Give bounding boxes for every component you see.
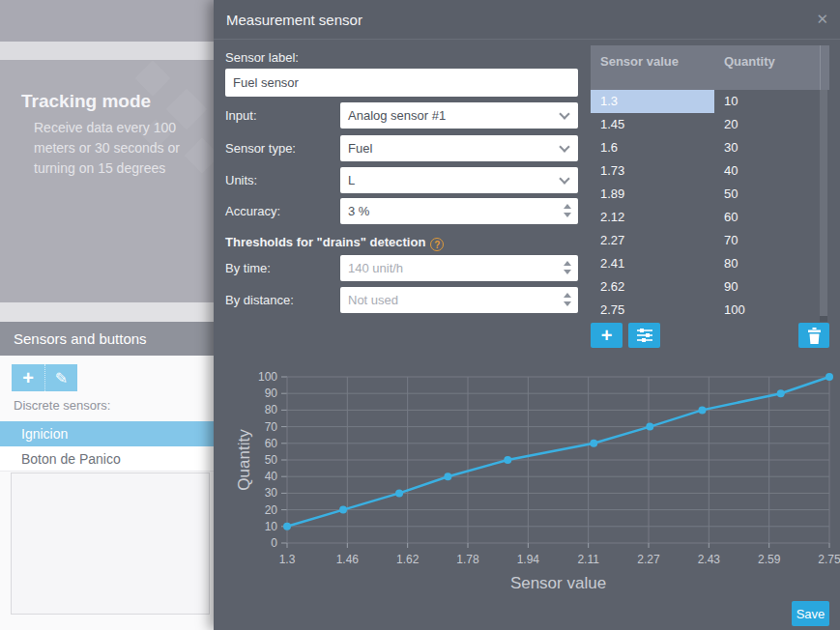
sensor-list-item-boton-de-panico[interactable]: Boton de Panico	[0, 446, 214, 472]
svg-text:1.78: 1.78	[456, 553, 479, 566]
svg-text:40: 40	[265, 470, 278, 483]
tracking-mode-title: Tracking mode	[21, 91, 151, 112]
table-cell[interactable]: 100	[714, 299, 820, 322]
table-cell[interactable]: 2.75	[591, 299, 714, 322]
svg-text:100: 100	[258, 370, 277, 384]
calibration-table: Sensor value Quantity 1.3101.45201.6301.…	[591, 45, 829, 322]
sensor-panel-toolbar: + ✎	[12, 364, 77, 391]
table-row[interactable]: 2.1260	[591, 206, 829, 229]
table-cell[interactable]: 10	[714, 90, 820, 113]
by-time-label: By time:	[225, 261, 271, 275]
by-time-field	[340, 255, 578, 281]
sensor-label-input[interactable]	[225, 69, 578, 97]
close-icon[interactable]: ✕	[816, 11, 828, 28]
calibration-chart: 01020304050607080901001.31.461.621.781.9…	[232, 369, 840, 574]
table-cell[interactable]: 60	[714, 206, 820, 229]
table-cell[interactable]: 2.62	[591, 275, 714, 299]
trash-icon	[807, 328, 822, 344]
svg-text:10: 10	[265, 520, 278, 533]
table-cell[interactable]: 90	[714, 275, 820, 299]
pencil-icon: ✎	[55, 369, 68, 387]
svg-text:70: 70	[265, 420, 278, 434]
table-row[interactable]: 1.630	[591, 136, 829, 159]
table-row[interactable]: 1.310	[591, 90, 829, 113]
table-row[interactable]: 1.8950	[591, 183, 829, 206]
measurement-sensor-dialog: Measurement sensor ✕ Sensor label: Input…	[214, 0, 840, 630]
input-select[interactable]: Analog sensor #1	[340, 102, 578, 129]
tracking-mode-panel: Tracking mode Receive data every 100 met…	[0, 60, 214, 302]
table-cell[interactable]: 70	[714, 229, 820, 252]
table-cell[interactable]: 1.73	[591, 159, 714, 183]
edit-sensor-button[interactable]: ✎	[44, 364, 77, 391]
svg-text:0: 0	[271, 536, 277, 550]
add-row-button[interactable]: +	[591, 323, 623, 348]
scrollbar-thumb[interactable]	[820, 90, 827, 316]
table-cell[interactable]: 1.3	[591, 90, 714, 113]
table-scrollbar[interactable]	[820, 90, 827, 322]
table-row[interactable]: 2.75100	[591, 299, 829, 322]
by-time-input[interactable]	[340, 255, 578, 281]
table-cell[interactable]: 1.89	[591, 183, 714, 206]
chart-y-axis-label: Quantity	[235, 407, 254, 513]
table-cell[interactable]: 80	[714, 252, 820, 275]
svg-text:30: 30	[265, 486, 278, 500]
svg-text:2.27: 2.27	[637, 553, 660, 566]
by-distance-field	[340, 287, 578, 313]
units-select-value: L	[340, 167, 578, 193]
svg-text:2.11: 2.11	[577, 553, 599, 566]
save-button[interactable]: Save	[792, 601, 829, 626]
table-cell[interactable]: 1.6	[591, 136, 714, 159]
table-cell[interactable]: 40	[714, 159, 820, 183]
svg-text:80: 80	[265, 403, 278, 416]
spinner-arrows-icon[interactable]	[564, 204, 571, 217]
svg-text:2.75: 2.75	[818, 553, 840, 566]
sensor-table-body: 1.3101.45201.6301.73401.89502.12602.2770…	[591, 90, 829, 322]
accuracy-input[interactable]	[340, 198, 578, 224]
spinner-arrows-icon[interactable]	[564, 261, 571, 274]
chart-x-axis-label: Sensor value	[287, 574, 829, 593]
sensor-type-select[interactable]: Fuel	[340, 135, 578, 161]
sensors-and-buttons-header: Sensors and buttons	[0, 322, 214, 356]
input-select-value: Analog sensor #1	[340, 102, 578, 129]
units-select[interactable]: L	[340, 167, 578, 193]
svg-text:50: 50	[265, 453, 278, 467]
background-divider-strip-2	[0, 302, 214, 322]
table-cell[interactable]: 50	[714, 183, 820, 206]
page: Tracking mode Receive data every 100 met…	[0, 0, 840, 630]
column-header-quantity[interactable]: Quantity	[724, 54, 775, 69]
sensor-type-label: Sensor type:	[225, 141, 296, 156]
svg-text:1.94: 1.94	[517, 553, 540, 566]
dialog-title: Measurement sensor	[226, 0, 362, 40]
accuracy-field	[340, 198, 578, 224]
sensor-type-select-value: Fuel	[340, 135, 578, 161]
sliders-icon	[636, 328, 653, 343]
table-cell[interactable]: 2.41	[591, 252, 714, 275]
table-row[interactable]: 1.7340	[591, 159, 829, 183]
table-cell[interactable]: 20	[714, 113, 820, 136]
svg-text:1.46: 1.46	[336, 553, 360, 566]
table-cell[interactable]: 1.45	[591, 113, 714, 136]
table-row[interactable]: 2.4180	[591, 252, 829, 275]
input-label: Input:	[225, 108, 257, 123]
table-cell[interactable]: 2.12	[591, 206, 714, 229]
column-header-sensor-value[interactable]: Sensor value	[600, 54, 679, 69]
sensor-list-item-ignicion[interactable]: Ignicion	[0, 421, 214, 446]
table-row[interactable]: 1.4520	[591, 113, 829, 136]
sensor-label-label: Sensor label:	[225, 50, 299, 65]
table-row[interactable]: 2.6290	[591, 275, 829, 299]
svg-text:60: 60	[265, 437, 278, 450]
spinner-arrows-icon[interactable]	[564, 293, 571, 306]
by-distance-label: By distance:	[225, 293, 294, 307]
sensors-and-buttons-panel: + ✎ Discrete sensors: Ignicion Boton de …	[0, 356, 214, 630]
header-divider	[820, 45, 821, 90]
table-cell[interactable]: 30	[714, 136, 820, 159]
by-distance-input[interactable]	[340, 287, 578, 313]
add-sensor-button[interactable]: +	[12, 364, 44, 391]
svg-text:20: 20	[265, 503, 278, 517]
table-cell[interactable]: 2.27	[591, 229, 714, 252]
table-row[interactable]: 2.2770	[591, 229, 829, 252]
delete-rows-button[interactable]	[798, 323, 829, 348]
accuracy-label: Accuracy:	[225, 204, 280, 218]
help-icon[interactable]: ?	[430, 238, 444, 251]
calibration-settings-button[interactable]	[628, 323, 660, 348]
